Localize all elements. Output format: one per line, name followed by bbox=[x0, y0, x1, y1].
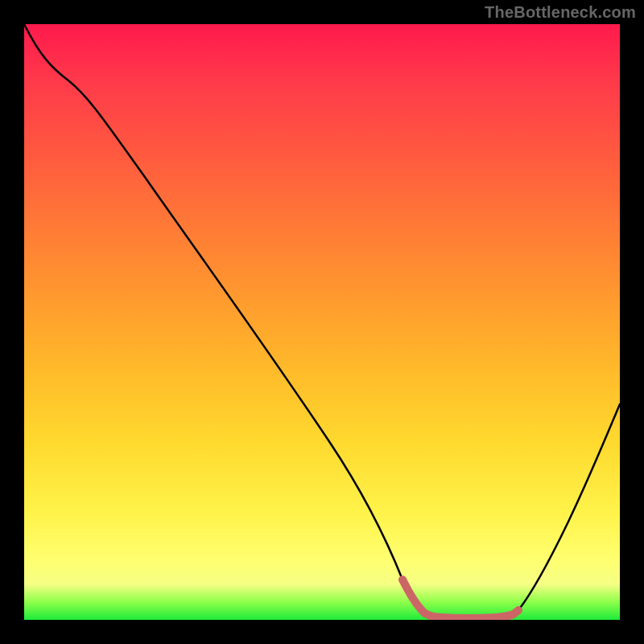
watermark-text: TheBottleneck.com bbox=[485, 3, 636, 22]
chart-frame: TheBottleneck.com bbox=[0, 0, 644, 644]
bottleneck-curve bbox=[24, 24, 620, 620]
valley-highlight bbox=[402, 580, 518, 618]
plot-area bbox=[24, 24, 620, 620]
main-curve-path bbox=[24, 24, 620, 618]
